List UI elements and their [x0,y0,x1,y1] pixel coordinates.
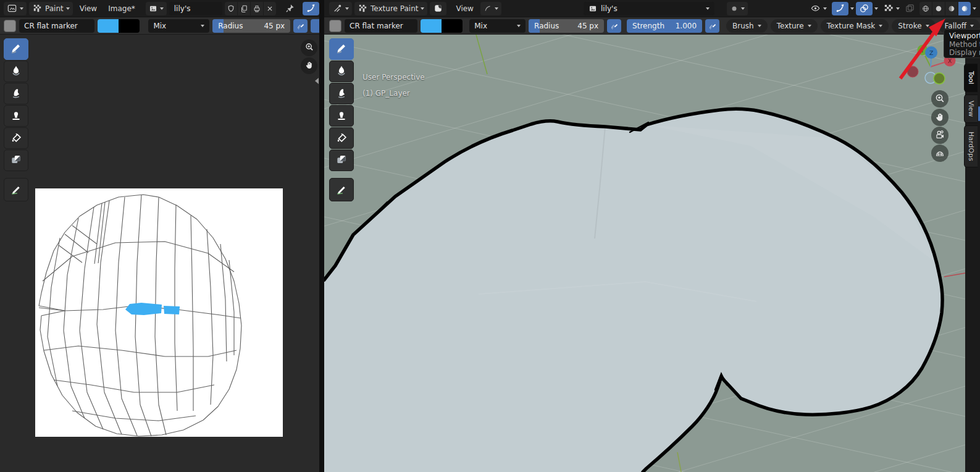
viewport-ortho-grid-button[interactable] [931,145,949,162]
sidebar-tab-hardops[interactable]: HardOps [964,125,978,167]
editor-type-button[interactable] [329,2,352,15]
radius-slider[interactable]: Radius 45 px [212,19,290,33]
texture-pattern-dropdown[interactable] [880,2,903,15]
pen-pressure-icon [296,22,305,30]
show-gizmo-toggle[interactable] [832,2,848,15]
brush-thumbnail[interactable] [329,20,341,32]
brush-thumbnail[interactable] [4,20,16,32]
brush-popover[interactable]: Brush [726,19,768,33]
blend-mode-dropdown[interactable]: Mix [148,19,209,33]
strength-slider[interactable]: Strength 1.000 [627,19,702,33]
blend-mode-dropdown[interactable]: Mix [469,19,526,33]
shading-solid-button[interactable] [932,2,945,15]
show-overlays-toggle[interactable] [856,2,873,15]
axis-neg-x-ball[interactable] [907,66,918,77]
pin-icon[interactable] [285,3,295,14]
new-image-button[interactable] [238,2,250,15]
sidebar-collapse-arrow[interactable] [315,78,319,84]
tool-soften-button[interactable] [4,61,28,82]
image-editor-canvas[interactable] [0,35,319,472]
stroke-popover[interactable]: Stroke [892,19,935,33]
axis-neg-y-ball[interactable] [934,73,945,84]
tool-soften-button[interactable] [329,61,354,82]
viewport-camera-button[interactable] [931,127,949,144]
visibility-dropdown[interactable] [807,2,830,15]
image-name-field[interactable]: lily's [169,2,222,15]
falloff-dropdown[interactable] [480,2,501,15]
primary-color-swatch[interactable] [421,19,442,33]
tool-clone-button[interactable] [4,105,28,127]
texture-paint-mode-dropdown[interactable]: Texture Paint [354,2,427,15]
tool-smear-button[interactable] [4,83,28,104]
tool-fill-button[interactable] [4,127,28,149]
texture-slot-name: lily's [601,4,618,13]
tool-annotate-button[interactable] [4,178,28,201]
tooltip-line-2: Display re [949,49,980,57]
sidebar-tab-tool[interactable]: Tool [964,64,978,92]
chevron-down-icon [823,7,827,10]
radius-slider[interactable]: Radius 45 px [529,19,604,33]
viewport-tool-settings: CR flat marker Mix Radius 45 px Strength… [324,17,980,35]
paint-mode-dropdown[interactable]: Paint [29,2,73,15]
sidebar-tab-view[interactable]: View [964,95,978,123]
strength-pressure-toggle[interactable] [705,19,719,33]
brush-name-field[interactable]: CR flat marker [345,19,417,33]
chevron-down-icon[interactable] [874,7,878,10]
texture-paint-icon [32,3,43,14]
editor-splitter[interactable] [319,0,324,472]
tool-fill-button[interactable] [329,127,354,149]
texture-mask-popover[interactable]: Texture Mask [821,19,889,33]
tooltip: Viewport Method t Display re [944,29,980,58]
viewport-pan-button[interactable] [931,109,949,126]
fake-user-button[interactable] [225,2,237,15]
secondary-color-swatch[interactable] [442,19,463,33]
xray-toggle-icon[interactable] [905,3,915,14]
browse-image-button[interactable] [146,2,167,15]
draw-icon [10,42,22,56]
tool-clone-button[interactable] [329,105,354,127]
image-menu[interactable]: Image* [104,2,140,15]
chevron-down-icon [970,25,974,27]
stencil-mask-button[interactable] [430,2,446,15]
rendered-sphere-icon [960,4,969,13]
strength-slider-clipped[interactable] [311,19,319,33]
shading-wireframe-button[interactable] [919,2,932,15]
view-menu[interactable]: View [75,2,101,15]
chevron-down-icon [495,7,498,10]
chevron-down-icon [758,25,761,27]
texture-slot-dropdown[interactable]: lily's [584,2,714,15]
uv-wireframe [35,188,283,437]
painted-image[interactable] [35,188,283,437]
radius-pressure-toggle[interactable] [293,19,308,33]
viewport-canvas[interactable]: User Perspective (1) GP_Layer Y Z X [324,35,965,472]
clone-icon [10,109,22,123]
unlink-image-button[interactable] [264,2,276,15]
chevron-down-icon [160,7,164,10]
viewport-zoom-button[interactable] [931,90,949,107]
falloff-shape-dropdown[interactable] [727,2,748,15]
editor-type-button[interactable] [4,2,27,15]
tool-draw-button[interactable] [4,38,28,60]
shading-rendered-button[interactable] [958,2,971,15]
tool-draw-button[interactable] [329,38,354,60]
tool-mask-button[interactable] [329,150,354,171]
view-menu[interactable]: View [451,2,477,15]
zoom-button[interactable] [301,40,317,56]
pan-button[interactable] [301,57,317,74]
secondary-color-swatch[interactable] [119,19,140,33]
chevron-down-icon [517,25,521,27]
texture-popover[interactable]: Texture [771,19,818,33]
pack-image-button[interactable] [251,2,263,15]
tool-mask-button[interactable] [4,150,28,171]
chevron-down-icon[interactable] [850,7,854,10]
radius-pressure-toggle[interactable] [607,19,621,33]
primary-color-swatch[interactable] [98,19,119,33]
brush-name-field[interactable]: CR flat marker [19,19,94,33]
gizmos-toggle-button[interactable] [303,2,319,15]
soften-icon [335,64,348,78]
pack-image-icon [253,4,261,13]
shading-material-button[interactable] [945,2,958,15]
chevron-down-icon[interactable] [973,7,976,10]
tool-smear-button[interactable] [329,83,354,104]
tool-annotate-button[interactable] [329,178,354,201]
